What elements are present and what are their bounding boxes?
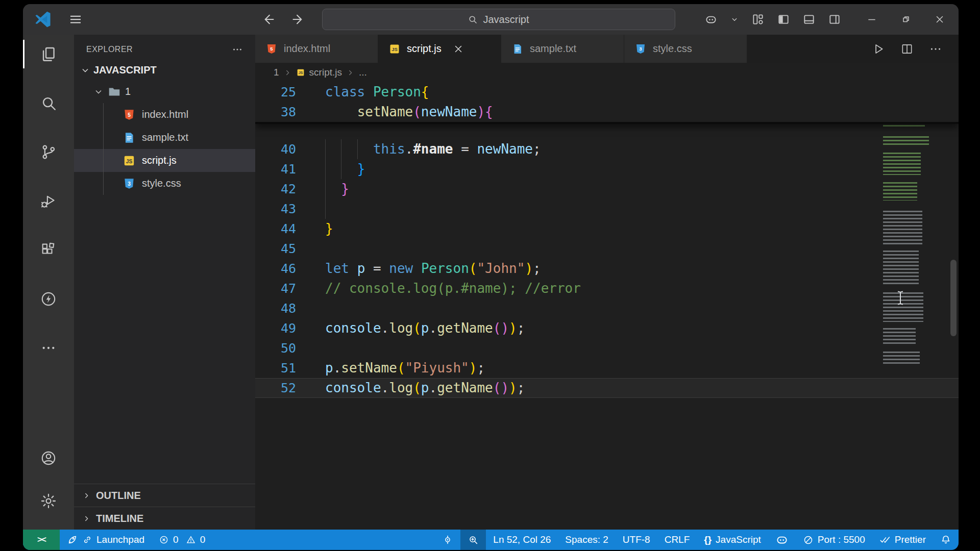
minimap[interactable] [880, 89, 945, 453]
command-center-search[interactable]: Javascript [322, 9, 675, 30]
breadcrumb-item[interactable]: ... [359, 67, 367, 78]
customize-layout-icon[interactable] [751, 13, 765, 26]
code-line-46[interactable]: 46let p = new Person("John"); [255, 259, 959, 279]
explorer-sidebar: EXPLORER JAVASCRIPT [74, 35, 255, 530]
line-number[interactable]: 43 [255, 199, 296, 219]
txt-file-icon [122, 131, 136, 144]
menu-icon[interactable] [68, 12, 83, 27]
line-number[interactable]: 40 [255, 139, 296, 159]
activity-settings[interactable] [23, 487, 74, 515]
line-number[interactable]: 48 [255, 298, 296, 318]
toggle-primary-sidebar-icon[interactable] [777, 13, 790, 26]
code-line-41[interactable]: 41 } [255, 159, 959, 179]
file-index.html[interactable]: 5index.html [74, 103, 255, 126]
tab-style.css[interactable]: 3style.css [624, 35, 747, 63]
status-encoding[interactable]: UTF-8 [616, 530, 657, 550]
status-eol[interactable]: CRLF [657, 530, 697, 550]
code-line-47[interactable]: 47// console.log(p.#name); //error [255, 279, 959, 298]
status-language-mode[interactable]: {}JavaScript [697, 530, 768, 550]
line-number[interactable]: 42 [255, 179, 296, 199]
explorer-title: EXPLORER [86, 45, 133, 54]
activity-explorer[interactable] [23, 40, 74, 68]
line-number[interactable]: 51 [255, 358, 296, 378]
panel-outline[interactable]: OUTLINE [74, 484, 255, 507]
toggle-secondary-sidebar-icon[interactable] [828, 13, 841, 26]
panel-timeline[interactable]: TIMELINE [74, 507, 255, 530]
workspace-section[interactable]: JAVASCRIPT [74, 60, 255, 80]
code-line-48[interactable]: 48 [255, 298, 959, 318]
sticky-scroll: 25class Person{38 setName(newName){ [255, 82, 959, 124]
activity-accounts[interactable] [23, 444, 74, 472]
minimize-button[interactable] [866, 13, 878, 26]
run-code-icon[interactable] [872, 42, 885, 56]
close-button[interactable] [934, 14, 945, 25]
line-number[interactable]: 44 [255, 219, 296, 239]
line-number[interactable]: 52 [255, 378, 296, 398]
explorer-more-actions-icon[interactable] [232, 44, 243, 55]
status-cursor-position[interactable]: Ln 52, Col 26 [486, 530, 558, 550]
tab-sample.txt[interactable]: sample.txt [501, 35, 624, 63]
activity-search[interactable] [23, 89, 74, 117]
code-line-52[interactable]: 52console.log(p.getName()); [255, 378, 959, 398]
line-number[interactable]: 47 [255, 279, 296, 298]
file-sample.txt[interactable]: sample.txt [74, 126, 255, 149]
copilot-menu-icon[interactable] [730, 15, 739, 24]
activity-run-and-debug[interactable] [23, 187, 74, 215]
activity-source-control[interactable] [23, 138, 74, 166]
vscode-window: Javascript EXPLORER JAVASCRIP [23, 4, 959, 550]
html-file-icon: 5 [122, 108, 136, 121]
code-line-25[interactable]: 25class Person{ [255, 82, 959, 102]
code-line-45[interactable]: 45 [255, 239, 959, 259]
account-icon [40, 449, 57, 467]
breadcrumb-item[interactable]: script.js [309, 67, 342, 78]
folder-row[interactable]: 1 [74, 80, 255, 103]
code-line-51[interactable]: 51p.setName("Piyush"); [255, 358, 959, 378]
double-check-icon [879, 534, 891, 545]
nav-back-icon[interactable] [261, 12, 275, 27]
split-editor-icon[interactable] [900, 42, 914, 56]
status-prettier[interactable]: Prettier [872, 530, 933, 550]
status-screencast-mode[interactable] [435, 530, 460, 550]
tab-index.html[interactable]: 5index.html [255, 35, 378, 63]
line-number[interactable]: 46 [255, 259, 296, 279]
code-editor[interactable]: 25class Person{38 setName(newName){ 40 t… [255, 82, 959, 530]
file-script.js[interactable]: JSscript.js [74, 149, 255, 172]
file-style.css[interactable]: 3style.css [74, 172, 255, 195]
status-notifications[interactable] [933, 530, 959, 550]
line-number[interactable]: 45 [255, 239, 296, 259]
code-line-40[interactable]: 40 this.#name = newName; [255, 139, 959, 159]
copilot-icon[interactable] [704, 13, 718, 26]
activity-live-server[interactable] [23, 285, 74, 313]
remote-indicator[interactable]: >< [23, 530, 60, 550]
svg-text:JS: JS [298, 71, 303, 75]
close-tab-icon[interactable] [453, 43, 464, 55]
more-actions-icon[interactable] [929, 42, 942, 56]
code-line-43[interactable]: 43 [255, 199, 959, 219]
status-zoom-indicator[interactable] [460, 530, 486, 550]
code-line-38[interactable]: 38 setName(newName){ [255, 102, 959, 122]
line-number[interactable]: 41 [255, 159, 296, 179]
code-line-44[interactable]: 44} [255, 219, 959, 239]
tab-script.js[interactable]: JSscript.js [378, 35, 501, 63]
svg-text:3: 3 [639, 46, 642, 52]
nav-forward-icon[interactable] [291, 12, 306, 27]
line-number[interactable]: 49 [255, 318, 296, 338]
chevron-down-icon [93, 87, 104, 97]
activity-extensions[interactable] [23, 236, 74, 264]
line-number[interactable]: 50 [255, 338, 296, 358]
breadcrumb-item[interactable]: 1 [274, 67, 279, 78]
line-number[interactable]: 38 [255, 102, 296, 122]
toggle-panel-icon[interactable] [802, 13, 816, 26]
restore-button[interactable] [900, 14, 912, 25]
code-line-42[interactable]: 42 } [255, 179, 959, 199]
code-line-50[interactable]: 50 [255, 338, 959, 358]
status-problems[interactable]: 0 0 [152, 530, 212, 550]
code-line-49[interactable]: 49console.log(p.getName()); [255, 318, 959, 338]
line-number[interactable]: 25 [255, 82, 296, 102]
status-live-server-port[interactable]: Port : 5500 [796, 530, 872, 550]
activity-more-views[interactable] [23, 334, 74, 362]
editor-scrollbar[interactable] [950, 260, 957, 336]
status-indentation[interactable]: Spaces: 2 [558, 530, 616, 550]
status-launchpad[interactable]: Launchpad [60, 530, 152, 550]
status-copilot-status[interactable] [768, 530, 796, 550]
